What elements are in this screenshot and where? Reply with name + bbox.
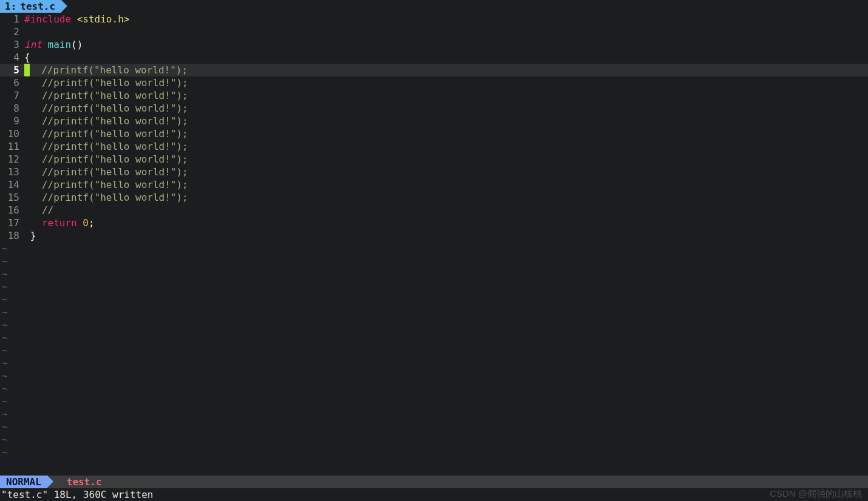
empty-line: ~ [0, 382, 868, 395]
status-line: NORMAL test.c [0, 476, 868, 488]
line-number: 7 [0, 89, 24, 102]
buffer-tab-1[interactable]: 1: test.c [0, 0, 61, 13]
tilde-icon: ~ [0, 382, 8, 395]
code-line[interactable]: 11 //printf("hello world!"); [0, 140, 868, 153]
code-content: // [24, 204, 868, 217]
code-content: //printf("hello world!"); [24, 153, 868, 166]
line-number: 4 [0, 51, 24, 64]
code-line[interactable]: 10 //printf("hello world!"); [0, 127, 868, 140]
tilde-icon: ~ [0, 293, 8, 306]
code-line[interactable]: 1#include <stdio.h> [0, 13, 868, 25]
line-number: 17 [0, 217, 24, 229]
tilde-icon: ~ [0, 255, 8, 267]
code-content: //printf("hello world!"); [24, 76, 868, 89]
tilde-icon: ~ [0, 420, 8, 433]
vim-editor[interactable]: 1: test.c 1#include <stdio.h>23int main(… [0, 0, 868, 501]
empty-line: ~ [0, 331, 868, 344]
line-number: 10 [0, 127, 24, 140]
empty-line: ~ [0, 318, 868, 331]
code-line[interactable]: 15 //printf("hello world!"); [0, 191, 868, 204]
tilde-icon: ~ [0, 408, 8, 420]
tilde-icon: ~ [0, 369, 8, 382]
empty-line: ~ [0, 395, 868, 408]
line-number: 5 [0, 64, 24, 76]
tilde-icon: ~ [0, 267, 8, 280]
code-content: return 0; [24, 217, 868, 229]
code-content: //printf("hello world!"); [24, 191, 868, 204]
tilde-icon: ~ [0, 433, 8, 446]
code-line[interactable]: 16 // [0, 204, 868, 217]
line-number: 13 [0, 166, 24, 178]
tab-bar: 1: test.c [0, 0, 868, 13]
empty-line: ~ [0, 267, 868, 280]
empty-line: ~ [0, 446, 868, 459]
empty-line: ~ [0, 369, 868, 382]
line-number: 8 [0, 102, 24, 115]
tilde-icon: ~ [0, 344, 8, 357]
code-line[interactable]: 3int main() [0, 38, 868, 51]
buffer-tab-index: 1: [5, 0, 16, 13]
statusline-separator-icon [53, 476, 59, 488]
code-content: //printf("hello world!"); [24, 102, 868, 115]
tilde-icon: ~ [0, 318, 8, 331]
line-number: 2 [0, 25, 24, 38]
code-content: //printf("hello world!"); [24, 127, 868, 140]
code-line[interactable]: 2 [0, 25, 868, 38]
code-content: } [24, 229, 868, 242]
code-line[interactable]: 13 //printf("hello world!"); [0, 166, 868, 178]
code-content [24, 25, 868, 38]
code-line[interactable]: 5 //printf("hello world!"); [0, 64, 868, 76]
line-number: 6 [0, 76, 24, 89]
code-content: #include <stdio.h> [24, 13, 868, 25]
status-filename: test.c [53, 476, 102, 488]
code-content: //printf("hello world!"); [24, 178, 868, 191]
code-content: //printf("hello world!"); [24, 64, 868, 76]
empty-line: ~ [0, 242, 868, 255]
code-content: //printf("hello world!"); [24, 140, 868, 153]
line-number: 12 [0, 153, 24, 166]
code-line[interactable]: 9 //printf("hello world!"); [0, 115, 868, 127]
tilde-icon: ~ [0, 446, 8, 459]
empty-line: ~ [0, 357, 868, 369]
empty-line: ~ [0, 433, 868, 446]
empty-line: ~ [0, 306, 868, 318]
line-number: 11 [0, 140, 24, 153]
empty-line: ~ [0, 408, 868, 420]
code-line[interactable]: 14 //printf("hello world!"); [0, 178, 868, 191]
command-line[interactable]: "test.c" 18L, 360C written [0, 488, 868, 501]
code-line[interactable]: 17 return 0; [0, 217, 868, 229]
code-area[interactable]: 1#include <stdio.h>23int main()4{5 //pri… [0, 13, 868, 476]
code-content: //printf("hello world!"); [24, 166, 868, 178]
line-number: 16 [0, 204, 24, 217]
tilde-icon: ~ [0, 357, 8, 369]
empty-line: ~ [0, 255, 868, 267]
code-line[interactable]: 7 //printf("hello world!"); [0, 89, 868, 102]
command-message: "test.c" 18L, 360C written [1, 488, 153, 501]
empty-line: ~ [0, 280, 868, 293]
code-content: int main() [24, 38, 868, 51]
tilde-icon: ~ [0, 306, 8, 318]
line-number: 15 [0, 191, 24, 204]
line-number: 1 [0, 13, 24, 25]
code-content: { [24, 51, 868, 64]
line-number: 3 [0, 38, 24, 51]
code-line[interactable]: 6 //printf("hello world!"); [0, 76, 868, 89]
line-number: 14 [0, 178, 24, 191]
buffer-tab-filename: test.c [20, 0, 55, 13]
code-content: //printf("hello world!"); [24, 89, 868, 102]
tilde-icon: ~ [0, 280, 8, 293]
empty-line: ~ [0, 420, 868, 433]
code-line[interactable]: 8 //printf("hello world!"); [0, 102, 868, 115]
code-line[interactable]: 4{ [0, 51, 868, 64]
empty-line: ~ [0, 344, 868, 357]
tilde-icon: ~ [0, 242, 8, 255]
line-number: 9 [0, 115, 24, 127]
empty-line: ~ [0, 293, 868, 306]
code-content: //printf("hello world!"); [24, 115, 868, 127]
cursor-icon [24, 64, 30, 76]
mode-indicator: NORMAL [0, 476, 47, 488]
tilde-icon: ~ [0, 331, 8, 344]
code-line[interactable]: 12 //printf("hello world!"); [0, 153, 868, 166]
tilde-icon: ~ [0, 395, 8, 408]
code-line[interactable]: 18 } [0, 229, 868, 242]
